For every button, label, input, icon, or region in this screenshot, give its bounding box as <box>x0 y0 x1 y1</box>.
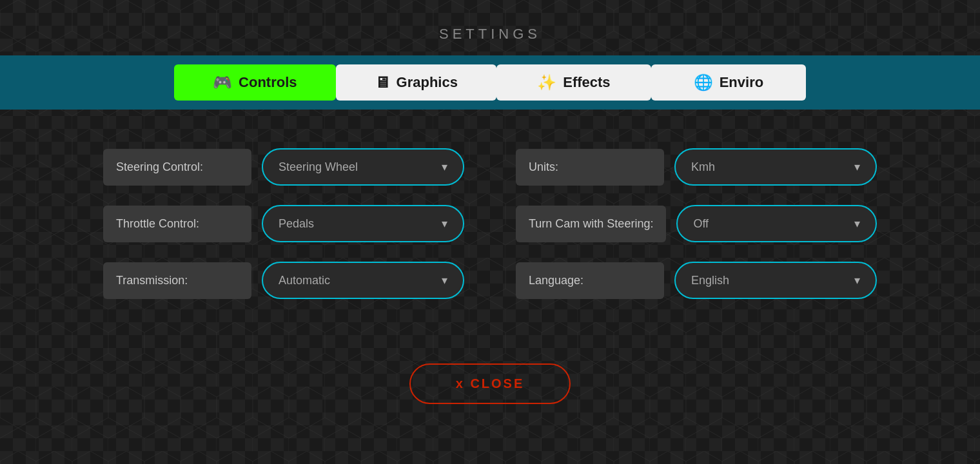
units-row: Units: Kmh ▾ <box>516 148 877 186</box>
units-select[interactable]: Kmh ▾ <box>674 148 877 186</box>
settings-title: SETTINGS <box>439 26 541 43</box>
units-chevron-icon: ▾ <box>854 160 860 174</box>
effects-icon: ✨ <box>537 73 556 92</box>
transmission-value: Automatic <box>279 274 330 287</box>
transmission-row: Transmission: Automatic ▾ <box>103 262 464 299</box>
throttle-control-label: Throttle Control: <box>103 206 251 242</box>
language-label: Language: <box>516 262 664 299</box>
turn-cam-label: Turn Cam with Steering: <box>516 206 666 242</box>
units-value: Kmh <box>691 160 715 174</box>
tab-graphics-label: Graphics <box>397 74 458 91</box>
right-column: Units: Kmh ▾ Turn Cam with Steering: Off… <box>516 148 877 299</box>
throttle-control-row: Throttle Control: Pedals ▾ <box>103 205 464 242</box>
tab-enviro-label: Enviro <box>720 74 763 91</box>
tab-effects-label: Effects <box>563 74 610 91</box>
transmission-chevron-icon: ▾ <box>442 273 447 287</box>
turn-cam-value: Off <box>693 217 709 231</box>
throttle-chevron-icon: ▾ <box>442 217 447 231</box>
steering-control-select[interactable]: Steering Wheel ▾ <box>262 148 464 186</box>
steering-control-value: Steering Wheel <box>279 160 358 174</box>
language-chevron-icon: ▾ <box>854 273 860 287</box>
turn-cam-select[interactable]: Off ▾ <box>676 205 877 242</box>
graphics-icon: 🖥 <box>375 73 390 92</box>
controls-icon: 🎮 <box>213 73 232 92</box>
tab-enviro[interactable]: 🌐 Enviro <box>651 64 806 101</box>
language-row: Language: English ▾ <box>516 262 877 299</box>
transmission-select[interactable]: Automatic ▾ <box>262 262 464 299</box>
throttle-control-select[interactable]: Pedals ▾ <box>262 205 464 242</box>
turn-cam-row: Turn Cam with Steering: Off ▾ <box>516 205 877 242</box>
language-select[interactable]: English ▾ <box>674 262 877 299</box>
tab-controls[interactable]: 🎮 Controls <box>174 64 335 101</box>
tab-graphics[interactable]: 🖥 Graphics <box>336 64 496 101</box>
tab-bar: 🎮 Controls 🖥 Graphics ✨ Effects 🌐 Enviro <box>0 55 980 110</box>
transmission-label: Transmission: <box>103 262 251 299</box>
units-label: Units: <box>516 149 664 186</box>
left-column: Steering Control: Steering Wheel ▾ Throt… <box>103 148 464 299</box>
turn-cam-chevron-icon: ▾ <box>854 217 860 231</box>
steering-chevron-icon: ▾ <box>442 160 447 174</box>
tab-effects[interactable]: ✨ Effects <box>496 64 651 101</box>
enviro-icon: 🌐 <box>694 73 713 92</box>
content-area: Steering Control: Steering Wheel ▾ Throt… <box>103 148 877 299</box>
steering-control-label: Steering Control: <box>103 149 251 186</box>
throttle-control-value: Pedals <box>279 217 314 231</box>
close-button[interactable]: x CLOSE <box>409 363 571 404</box>
tab-controls-label: Controls <box>239 74 297 91</box>
settings-container: SETTINGS 🎮 Controls 🖥 Graphics ✨ Effects… <box>0 0 980 404</box>
language-value: English <box>691 274 729 287</box>
steering-control-row: Steering Control: Steering Wheel ▾ <box>103 148 464 186</box>
